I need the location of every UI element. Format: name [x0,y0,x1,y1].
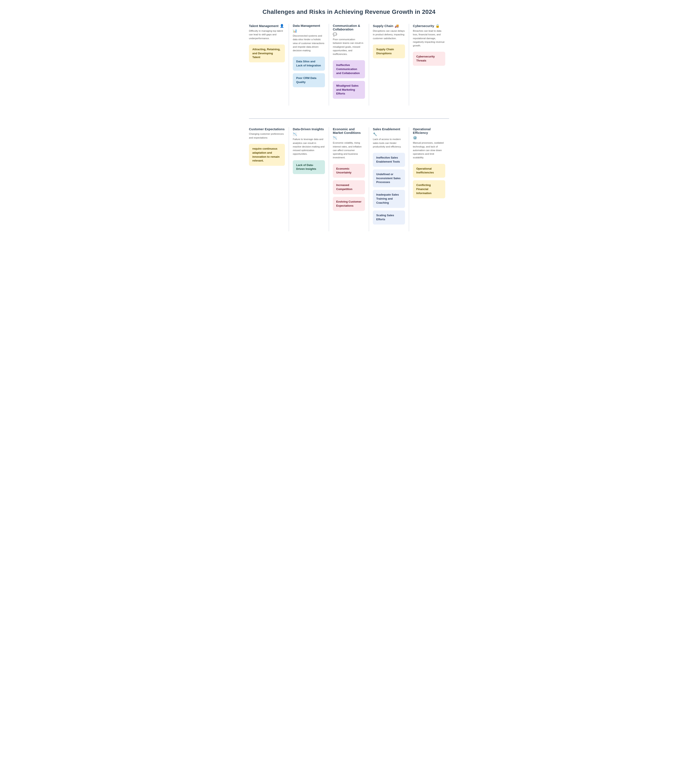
col-icon-comm: 💬 [333,32,337,36]
section-grid-1: Talent Management👤Difficulty in managing… [249,24,449,105]
column-ops-eff: Operational Efficiency⚙️Manual processes… [409,127,449,231]
col-title-ops-eff: Operational Efficiency⚙️ [413,127,445,140]
card-customer-exp-0[interactable]: require continuous adaptation and innova… [249,144,285,166]
col-header-comm: Communication & Collaboration💬Poor commu… [333,24,365,58]
column-customer-exp: Customer ExpectationsChanging customer p… [249,127,289,231]
card-cyber-0[interactable]: Cybersecurity Threats [413,52,445,66]
col-header-talent: Talent Management👤Difficulty in managing… [249,24,285,42]
col-header-sales-enable: Sales Enablement🔧Lack of access to moder… [373,127,405,150]
card-sales-enable-1[interactable]: Undefined or Inconsistent Sales Processe… [373,170,405,188]
card-economic-2[interactable]: Evolving Customer Expectations [333,197,365,211]
col-icon-ops-eff: ⚙️ [413,136,417,140]
col-desc-comm: Poor communication between teams can res… [333,38,365,56]
column-cyber: Cybersecurity🔒Breaches can lead to data … [409,24,449,105]
col-icon-cyber: 🔒 [436,24,440,28]
col-title-customer-exp: Customer Expectations [249,127,285,131]
col-desc-supply: Disruptions can cause delays in product … [373,29,405,40]
col-header-data-mgmt: Data Management📊Disconnected systems and… [293,24,325,54]
column-data-driven: Data-Driven Insights📉Failure to leverage… [289,127,329,231]
column-data-mgmt: Data Management📊Disconnected systems and… [289,24,329,105]
col-header-customer-exp: Customer ExpectationsChanging customer p… [249,127,285,141]
col-header-cyber: Cybersecurity🔒Breaches can lead to data … [413,24,445,49]
col-icon-supply: 🚚 [394,24,399,28]
card-ops-eff-0[interactable]: Operational Inefficiencies [413,164,445,178]
col-header-economic: Economic and Market Conditions📉Economic … [333,127,365,161]
card-talent-0[interactable]: Attracting, Retaining, and Developing Ta… [249,44,285,63]
column-economic: Economic and Market Conditions📉Economic … [329,127,369,231]
col-title-talent: Talent Management👤 [249,24,285,28]
card-data-mgmt-0[interactable]: Data Silos and Lack of Integration [293,57,325,71]
col-icon-economic: 📉 [333,136,337,140]
col-title-data-driven: Data-Driven Insights📉 [293,127,325,136]
col-icon-talent: 👤 [280,24,284,28]
page-title: Challenges and Risks in Achieving Revenu… [249,8,449,15]
column-supply: Supply Chain🚚Disruptions can cause delay… [369,24,409,105]
col-desc-data-driven: Failure to leverage data and analytics c… [293,137,325,156]
card-comm-1[interactable]: Misaligned Sales and Marketing Efforts [333,81,365,99]
card-sales-enable-3[interactable]: Scaling Sales Efforts [373,211,405,224]
col-desc-ops-eff: Manual processes, outdated technology, a… [413,141,445,160]
card-economic-1[interactable]: Increased Competition [333,180,365,194]
col-icon-data-driven: 📉 [293,132,297,136]
card-economic-0[interactable]: Economic Uncertainty [333,164,365,178]
col-desc-customer-exp: Changing customer preferences and expect… [249,132,285,140]
col-header-data-driven: Data-Driven Insights📉Failure to leverage… [293,127,325,158]
column-sales-enable: Sales Enablement🔧Lack of access to moder… [369,127,409,231]
col-icon-sales-enable: 🔧 [373,132,377,136]
card-sales-enable-0[interactable]: Ineffective Sales Enablement Tools [373,153,405,167]
card-comm-0[interactable]: Ineffective Communication and Collaborat… [333,60,365,78]
card-ops-eff-1[interactable]: Conflicting Financial Information [413,180,445,198]
col-header-ops-eff: Operational Efficiency⚙️Manual processes… [413,127,445,161]
section-grid-2: Customer ExpectationsChanging customer p… [249,127,449,231]
col-title-cyber: Cybersecurity🔒 [413,24,445,28]
col-title-supply: Supply Chain🚚 [373,24,405,28]
column-talent: Talent Management👤Difficulty in managing… [249,24,289,105]
col-title-sales-enable: Sales Enablement🔧 [373,127,405,136]
col-desc-cyber: Breaches can lead to data loss, financia… [413,29,445,48]
card-data-driven-0[interactable]: Lack of Data-Driven Insights [293,160,325,174]
col-icon-data-mgmt: 📊 [293,29,297,33]
col-header-supply: Supply Chain🚚Disruptions can cause delay… [373,24,405,42]
col-title-economic: Economic and Market Conditions📉 [333,127,365,140]
col-desc-data-mgmt: Disconnected systems and data silos hind… [293,34,325,52]
column-comm: Communication & Collaboration💬Poor commu… [329,24,369,105]
col-desc-talent: Difficulty in managing top talent can le… [249,29,285,40]
card-sales-enable-2[interactable]: Inadequate Sales Training and Coaching [373,190,405,208]
card-supply-0[interactable]: Supply Chain Disruptions [373,44,405,59]
col-desc-economic: Economic volatility, rising interest rat… [333,141,365,160]
col-title-data-mgmt: Data Management📊 [293,24,325,33]
col-title-comm: Communication & Collaboration💬 [333,24,365,36]
col-desc-sales-enable: Lack of access to modern sales tools can… [373,137,405,148]
section-divider [249,118,449,119]
card-data-mgmt-1[interactable]: Poor CRM Data Quality [293,73,325,87]
